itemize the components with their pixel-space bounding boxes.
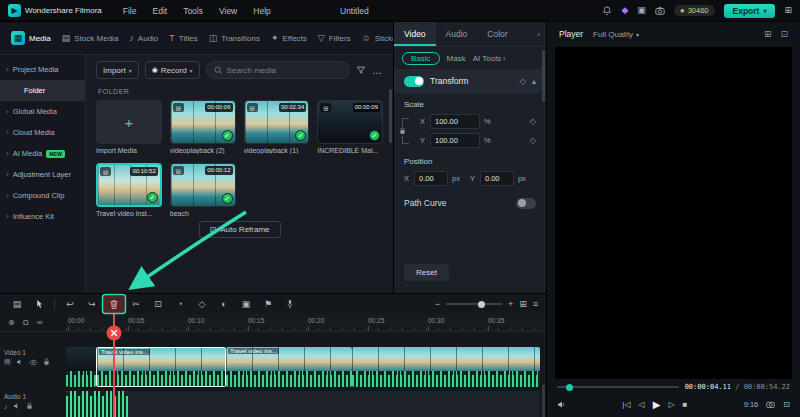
- tab-audio[interactable]: ♪ Audio: [124, 31, 163, 46]
- delete-icon[interactable]: [103, 294, 125, 314]
- media-scrollbar[interactable]: [389, 89, 392, 143]
- scale-y-input[interactable]: [430, 133, 480, 148]
- tabs-overflow-icon[interactable]: ›: [531, 22, 546, 46]
- search-media-box[interactable]: [206, 61, 350, 79]
- scale-x-input[interactable]: [430, 114, 480, 129]
- tab-filters[interactable]: ▽ Filters: [313, 31, 356, 46]
- timeline-ruler[interactable]: ⊕ Ω ∞ 00:00 00:05 00:10 00:15 00:20 00:2…: [0, 314, 546, 332]
- menu-edit[interactable]: Edit: [145, 4, 174, 18]
- timeline-clip-selected[interactable]: Travel video ins...: [96, 347, 226, 387]
- track-manager-icon[interactable]: ▤: [6, 294, 28, 314]
- redo-icon[interactable]: ↪: [81, 294, 103, 314]
- volume-icon[interactable]: [557, 400, 566, 409]
- previous-frame-icon[interactable]: ◁: [639, 401, 645, 409]
- track-thumbnail-icon[interactable]: ▤: [4, 358, 11, 366]
- collapse-icon[interactable]: ▴: [532, 77, 536, 86]
- snapshot-icon[interactable]: [766, 400, 775, 409]
- keyframe-icon[interactable]: ◇: [191, 294, 213, 314]
- mask-icon[interactable]: ◐: [213, 294, 235, 314]
- tab-titles[interactable]: T Titles: [164, 31, 202, 46]
- ruler-lane[interactable]: 00:00 00:05 00:10 00:15 00:20 00:25 00:3…: [66, 314, 546, 331]
- undo-icon[interactable]: ↩: [59, 294, 81, 314]
- subtab-basic[interactable]: Basic: [402, 52, 440, 65]
- panel-layout-icon[interactable]: ⊞: [764, 29, 772, 39]
- timeline-clip[interactable]: Travel video ins...: [226, 347, 352, 387]
- auto-ripple-icon[interactable]: ∞: [37, 318, 43, 327]
- sidebar-item-adjustment-layer[interactable]: › Adjustment Layer: [0, 164, 85, 185]
- detach-player-icon[interactable]: ⊡: [780, 29, 788, 39]
- hide-track-icon[interactable]: [29, 359, 38, 366]
- lock-ratio-icon[interactable]: [399, 126, 406, 136]
- sidebar-item-folder[interactable]: Folder: [0, 80, 85, 101]
- media-item[interactable]: ▤ 00:00:09 ✓ INCREDIBLE Mal...: [317, 100, 383, 154]
- layout-icon[interactable]: ⊞: [784, 6, 792, 15]
- auto-reframe-button[interactable]: ⊡ Auto Reframe: [198, 221, 280, 238]
- tab-video[interactable]: Video: [394, 22, 436, 46]
- seek-bar[interactable]: [557, 386, 679, 388]
- position-x-input[interactable]: [414, 171, 448, 186]
- tab-color[interactable]: Color: [477, 22, 517, 46]
- mute-track-icon[interactable]: [13, 402, 21, 410]
- notification-bell-icon[interactable]: [602, 6, 612, 16]
- path-curve-toggle[interactable]: [516, 198, 536, 209]
- keyframe-icon[interactable]: ◇: [530, 117, 536, 126]
- chevron-down-icon[interactable]: ▾: [763, 7, 766, 14]
- tab-stock-media[interactable]: ▤ Stock Media: [57, 31, 124, 46]
- tab-media[interactable]: ▦ Media: [6, 28, 56, 48]
- menu-help[interactable]: Help: [246, 4, 277, 18]
- crop-icon[interactable]: ⊡: [147, 294, 169, 314]
- timeline-clip[interactable]: [352, 347, 540, 387]
- zoom-slider-handle[interactable]: [478, 301, 485, 308]
- tab-effects[interactable]: ✦ Effects: [266, 31, 312, 46]
- menu-tools[interactable]: Tools: [176, 4, 210, 18]
- snap-magnet-icon[interactable]: Ω: [23, 318, 29, 327]
- next-frame-icon[interactable]: ▷: [668, 401, 674, 409]
- record-button[interactable]: ◉ Record ▾: [145, 61, 200, 79]
- media-item[interactable]: ▤ 00:02:34 ✓ videoplayback (1): [244, 100, 310, 154]
- tab-audio-props[interactable]: Audio: [436, 22, 478, 46]
- zoom-in-icon[interactable]: +: [508, 299, 513, 309]
- sidebar-item-influence-kit[interactable]: › Influence Kit: [0, 206, 85, 227]
- seek-handle[interactable]: [566, 384, 573, 391]
- app-logo-icon[interactable]: ▶: [8, 4, 21, 17]
- zoom-slider[interactable]: [446, 303, 502, 305]
- speed-icon[interactable]: ◔: [169, 294, 191, 314]
- chroma-key-icon[interactable]: ▣: [235, 294, 257, 314]
- coin-balance[interactable]: ● 30460: [674, 5, 715, 16]
- zoom-out-icon[interactable]: −: [435, 299, 440, 309]
- split-icon[interactable]: ✂: [125, 294, 147, 314]
- screen-record-icon[interactable]: ▣: [637, 6, 646, 15]
- sidebar-item-project-media[interactable]: › Project Media: [0, 59, 85, 80]
- sidebar-item-global-media[interactable]: › Global Media: [0, 101, 85, 122]
- keyframe-icon[interactable]: ◇: [530, 136, 536, 145]
- lock-track-icon[interactable]: [43, 358, 50, 366]
- media-item[interactable]: ▤ 00:00:12 ✓ beach: [170, 163, 236, 217]
- export-button[interactable]: Export ▾: [724, 4, 776, 18]
- menu-view[interactable]: View: [212, 4, 244, 18]
- video-preview[interactable]: [555, 47, 792, 379]
- timeline-clip[interactable]: [66, 347, 96, 387]
- video-track-lane[interactable]: Travel video ins... Travel video ins...: [66, 347, 540, 387]
- sidebar-item-ai-media[interactable]: › AI Media NEW: [0, 143, 85, 164]
- mute-track-icon[interactable]: [16, 358, 24, 366]
- fit-timeline-icon[interactable]: ⊞: [519, 299, 527, 309]
- sidebar-item-compound-clip[interactable]: › Compound Clip: [0, 185, 85, 206]
- more-options-icon[interactable]: …: [372, 65, 383, 76]
- reset-button[interactable]: Reset: [404, 264, 449, 281]
- tab-transitions[interactable]: ◫ Transitions: [204, 31, 265, 46]
- stop-icon[interactable]: ■: [683, 401, 688, 409]
- skip-back-icon[interactable]: |◁: [622, 401, 630, 409]
- audio-clip[interactable]: [66, 391, 128, 417]
- properties-scrollbar[interactable]: [542, 50, 545, 102]
- menu-file[interactable]: File: [116, 4, 144, 18]
- aspect-ratio-selector[interactable]: 9:16: [744, 400, 759, 409]
- upgrade-icon[interactable]: ◆: [621, 6, 628, 15]
- audio-track-lane[interactable]: [66, 391, 540, 417]
- snapshot-icon[interactable]: [655, 6, 665, 16]
- subtab-ai-tools[interactable]: AI Tools ›: [473, 54, 506, 63]
- playback-quality-dropdown[interactable]: Full Quality ▾: [593, 30, 639, 39]
- search-media-input[interactable]: [227, 66, 342, 75]
- media-item-selected[interactable]: ▤ 00:10:52 ✓ Travel video inst...: [96, 163, 162, 217]
- transform-toggle[interactable]: [404, 76, 424, 87]
- subtab-mask[interactable]: Mask: [447, 54, 466, 63]
